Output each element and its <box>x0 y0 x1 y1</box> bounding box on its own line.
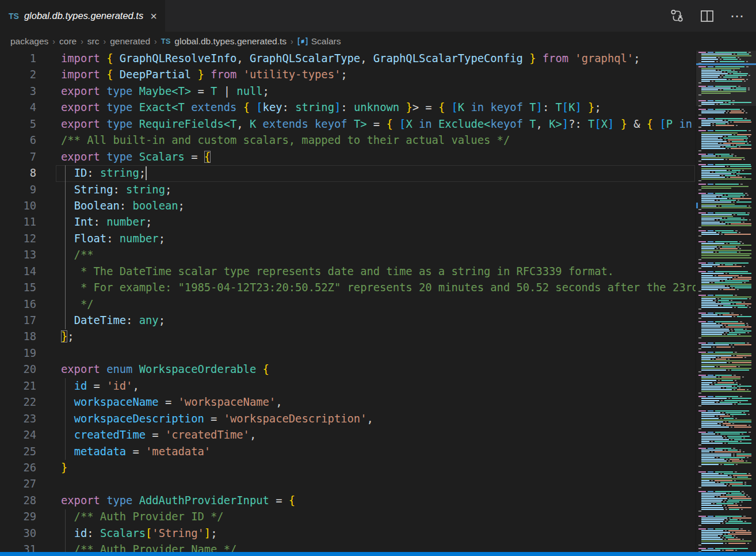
status-bar[interactable] <box>0 552 756 556</box>
code-line-content[interactable]: id: Scalars['String']; <box>36 525 217 542</box>
breadcrumb-symbol-scalars[interactable]: Scalars <box>311 36 341 47</box>
minimap-line <box>696 259 756 260</box>
code-line-content[interactable]: metadata = 'metadata' <box>36 444 211 460</box>
minimap-token <box>701 255 750 256</box>
code-line-content[interactable]: id = 'id', <box>36 378 139 394</box>
minimap-token <box>698 342 706 344</box>
minimap-line <box>696 212 756 214</box>
minimap-token <box>718 323 720 324</box>
minimap-line <box>696 252 756 253</box>
minimap-token <box>701 323 716 324</box>
code-line-content[interactable]: ID: string; <box>36 165 146 181</box>
minimap-token <box>744 118 747 119</box>
minimap[interactable] <box>696 51 756 552</box>
minimap-token <box>726 509 727 510</box>
minimap-token <box>701 188 731 189</box>
code-line-content[interactable]: /** Auth Provider Name */ <box>36 542 236 552</box>
minimap-token <box>701 494 721 496</box>
code-line-content[interactable] <box>36 345 61 361</box>
code-line-content[interactable]: * For example: "1985-04-12T23:20:50.52Z"… <box>36 280 696 296</box>
code-token: workspaceName <box>74 396 159 408</box>
code-line-content[interactable] <box>36 476 61 492</box>
code-line-content[interactable]: export type Exact<T extends { [key: stri… <box>36 100 601 116</box>
code-line-content[interactable]: export type Scalars = { <box>36 149 211 165</box>
editor-pane[interactable]: 1import { GraphQLResolveInfo, GraphQLSca… <box>0 51 756 552</box>
minimap-token <box>739 402 741 403</box>
split-editor-icon[interactable] <box>700 10 714 22</box>
code-token: { <box>106 68 113 81</box>
code-token: K> <box>549 118 562 130</box>
code-token: null <box>236 85 262 97</box>
line-number: 8 <box>0 165 36 181</box>
code-token: [ <box>562 101 568 113</box>
code-line-content[interactable]: DateTime: any; <box>36 313 165 329</box>
code-token: 'utility-types' <box>243 68 341 81</box>
code-line-content[interactable]: } <box>36 460 67 476</box>
minimap-line <box>696 291 756 292</box>
code-line-content[interactable]: Int: number; <box>36 214 152 230</box>
code-line-content[interactable]: /** Auth Provider ID */ <box>36 509 224 525</box>
minimap-token <box>701 305 718 306</box>
code-line-content[interactable]: import { DeepPartial } from 'utility-typ… <box>36 67 348 83</box>
code-line-content[interactable]: export enum WorkspaceOrderable { <box>36 361 269 378</box>
minimap-token <box>718 232 720 233</box>
tab-global-db-types-generated[interactable]: TS global.db.types.generated.ts × <box>0 0 165 32</box>
code-token: ] <box>204 527 211 539</box>
minimap-viewport[interactable] <box>696 51 756 106</box>
minimap-token <box>701 307 732 308</box>
code-area[interactable]: 1import { GraphQLResolveInfo, GraphQLSca… <box>0 51 696 552</box>
code-line-content[interactable]: */ <box>36 296 94 313</box>
breadcrumb-filename[interactable]: global.db.types.generated.ts <box>174 36 287 47</box>
minimap-token <box>701 507 723 508</box>
minimap-token <box>719 252 737 253</box>
minimap-line <box>696 366 756 367</box>
breadcrumb-src[interactable]: src <box>87 36 100 47</box>
code-line-content[interactable]: * The DateTime scalar type represents da… <box>36 264 614 280</box>
minimap-line <box>696 483 756 485</box>
minimap-line <box>696 544 756 546</box>
minimap-token <box>701 223 726 224</box>
minimap-token <box>701 475 728 476</box>
minimap-line <box>696 332 756 333</box>
close-icon[interactable]: × <box>150 10 157 22</box>
minimap-token <box>727 223 729 224</box>
more-actions-icon[interactable]: ⋯ <box>730 8 744 24</box>
minimap-token <box>731 330 733 332</box>
code-line-content[interactable]: import { GraphQLResolveInfo, GraphQLScal… <box>36 51 640 67</box>
breadcrumb-core[interactable]: core <box>59 36 77 47</box>
minimap-token <box>716 219 718 220</box>
code-token: { <box>243 101 250 113</box>
minimap-token <box>725 175 736 176</box>
code-line-content[interactable]: Float: number; <box>36 231 165 247</box>
code-line-content[interactable]: String: string; <box>36 182 171 198</box>
code-line-content[interactable]: workspaceDescription = 'workspaceDescrip… <box>36 411 373 427</box>
minimap-token <box>737 289 739 290</box>
minimap-token <box>721 232 737 233</box>
code-token <box>61 413 74 425</box>
code-line-content[interactable]: Boolean: boolean; <box>36 198 185 214</box>
code-line-content[interactable]: export type Maybe<T> = T | null; <box>36 83 269 100</box>
code-line-content[interactable]: workspaceName = 'workspaceName', <box>36 394 282 410</box>
minimap-line <box>696 305 756 306</box>
minimap-token <box>735 352 737 353</box>
breadcrumb-packages[interactable]: packages <box>10 36 48 47</box>
code-line-content[interactable]: export type RequireFields<T, K extends k… <box>36 116 696 132</box>
minimap-line <box>696 493 756 494</box>
code-line-content[interactable]: createdTime = 'createdTime', <box>36 427 256 443</box>
minimap-token <box>718 205 720 207</box>
minimap-token <box>720 289 721 290</box>
code-line-content[interactable]: /** <box>36 247 94 263</box>
code-line-content[interactable]: export type AddAuthProviderInput = { <box>36 493 295 509</box>
code-line-content[interactable]: /** All built-in and custom scalars, map… <box>36 132 510 148</box>
minimap-token <box>708 241 713 242</box>
breadcrumb-generated[interactable]: generated <box>110 36 150 47</box>
code-line-content[interactable]: }; <box>36 329 74 345</box>
compare-changes-icon[interactable] <box>670 9 684 23</box>
code-token: id <box>74 380 87 392</box>
code-token <box>61 527 74 539</box>
minimap-token <box>739 519 741 520</box>
minimap-token <box>731 287 733 288</box>
minimap-token <box>701 253 751 254</box>
minimap-token <box>728 170 730 171</box>
code-token <box>256 363 262 375</box>
